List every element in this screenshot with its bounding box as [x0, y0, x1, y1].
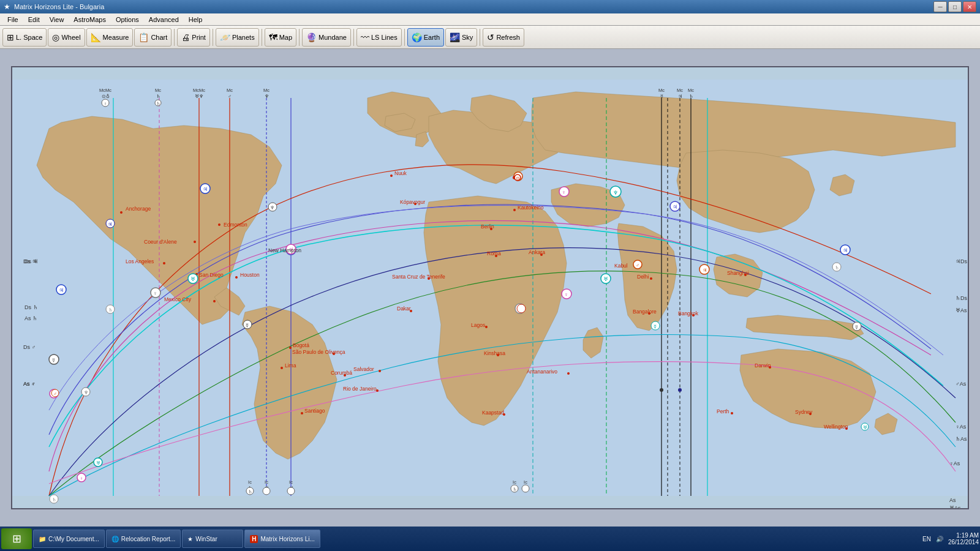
- svg-text:Wellington: Wellington: [824, 424, 848, 430]
- planets-icon: 🪐: [220, 32, 230, 42]
- map-container[interactable]: Anchorage ♃ Edmonton Coeur d'Alene Los A…: [11, 66, 969, 509]
- svg-text:As ♂: As ♂: [23, 381, 36, 387]
- svg-text:Bogotá: Bogotá: [293, 342, 309, 348]
- menu-astromaps[interactable]: AstroMaps: [69, 15, 111, 24]
- svg-text:Dakar: Dakar: [397, 305, 411, 312]
- svg-text:⊙: ⊙: [516, 176, 520, 181]
- chart-icon: 📋: [138, 32, 149, 42]
- planets-button[interactable]: 🪐 Planets: [216, 28, 259, 47]
- svg-text:Ds ♃: Ds ♃: [23, 258, 37, 264]
- svg-text:♃: ♃: [59, 287, 64, 293]
- measure-button[interactable]: 📐 Measure: [86, 28, 134, 47]
- svg-point-44: [390, 174, 393, 177]
- wheel-button[interactable]: ◎ Wheel: [48, 28, 85, 47]
- toolbar-separator-6: [404, 29, 405, 46]
- svg-text:Bangalore: Bangalore: [633, 309, 657, 315]
- sky-button[interactable]: 🌌 Sky: [445, 28, 477, 47]
- svg-text:Ankara: Ankara: [529, 249, 545, 255]
- svg-point-120: [522, 485, 529, 492]
- chart-button[interactable]: 📋 Chart: [134, 28, 172, 47]
- menu-options[interactable]: Options: [111, 15, 144, 24]
- map-button[interactable]: 🗺 Map: [265, 28, 296, 47]
- explorer-label: C:\My Document...: [48, 536, 99, 542]
- refresh-button[interactable]: ↺ Refresh: [483, 28, 524, 47]
- matrix-icon: H: [250, 535, 258, 543]
- svg-point-115: [287, 487, 295, 495]
- svg-point-22: [163, 262, 165, 264]
- svg-text:♄: ♄: [835, 265, 839, 271]
- taskbar-item-chrome[interactable]: 🌐 Relocation Report...: [106, 530, 181, 548]
- svg-text:Los Angeles: Los Angeles: [126, 258, 154, 264]
- svg-text:Sydney: Sydney: [795, 409, 813, 415]
- svg-text:Kaapstad: Kaapstad: [482, 410, 504, 416]
- menu-help[interactable]: Help: [184, 15, 208, 24]
- svg-text:♀: ♀: [104, 101, 107, 107]
- svg-text:Ic: Ic: [248, 479, 252, 485]
- svg-text:San Diego: San Diego: [199, 272, 224, 278]
- svg-text:♄: ♄: [513, 487, 517, 492]
- svg-point-20: [194, 241, 196, 243]
- svg-text:McMc: McMc: [99, 88, 111, 93]
- svg-text:♃: ♃: [678, 94, 682, 99]
- mundane-icon: 🔮: [306, 32, 317, 42]
- svg-text:♃: ♃: [203, 186, 208, 192]
- menu-bar: File Edit View AstroMaps Options Advance…: [0, 13, 980, 26]
- svg-text:Mc: Mc: [227, 88, 233, 93]
- svg-text:♀: ♀: [80, 476, 83, 481]
- close-button[interactable]: ✕: [963, 1, 976, 12]
- volume-icon: 🔊: [936, 536, 943, 542]
- svg-text:Kautokeino: Kautokeino: [518, 204, 544, 211]
- toolbar-separator-7: [480, 29, 480, 46]
- earth-button[interactable]: 🌍 Earth: [407, 28, 444, 47]
- menu-edit[interactable]: Edit: [23, 15, 45, 24]
- mundane-button[interactable]: 🔮 Mundane: [302, 28, 351, 47]
- menu-view[interactable]: View: [45, 15, 69, 24]
- maximize-button[interactable]: □: [948, 1, 962, 12]
- lslines-button[interactable]: 〰 LS Lines: [356, 28, 402, 47]
- svg-point-32: [281, 367, 283, 369]
- svg-text:Ic: Ic: [524, 479, 527, 485]
- taskbar-item-explorer[interactable]: 📁 C:\My Document...: [33, 530, 105, 548]
- svg-text:Berlin: Berlin: [481, 223, 494, 230]
- window-controls: ─ □ ✕: [933, 1, 976, 12]
- svg-text:McMc: McMc: [193, 88, 205, 93]
- svg-text:Delhi: Delhi: [637, 274, 649, 280]
- minimize-button[interactable]: ─: [933, 1, 947, 12]
- svg-text:♂As: ♂As: [956, 381, 967, 387]
- clock-time: 1:19 AM: [948, 532, 979, 539]
- svg-text:♃: ♃: [108, 222, 112, 227]
- svg-text:♀As: ♀As: [956, 424, 967, 430]
- svg-text:♆: ♆: [84, 390, 88, 395]
- svg-text:Corumbá: Corumbá: [331, 370, 352, 376]
- explorer-icon: 📁: [39, 536, 46, 542]
- svg-point-14: [120, 211, 123, 214]
- start-button[interactable]: ⊞: [1, 528, 32, 549]
- svg-point-26: [235, 276, 238, 279]
- svg-text:♀: ♀: [153, 290, 157, 296]
- app-icon: ★: [4, 2, 10, 11]
- taskbar-item-winstar[interactable]: ★ WinStar: [182, 530, 243, 548]
- menu-file[interactable]: File: [2, 15, 23, 24]
- menu-advanced[interactable]: Advanced: [144, 15, 184, 24]
- toolbar-separator-2: [213, 29, 213, 46]
- svg-text:Ds ♄: Ds ♄: [24, 304, 38, 310]
- svg-text:Darwin: Darwin: [755, 362, 771, 369]
- refresh-label: Refresh: [496, 34, 520, 41]
- svg-text:Mc: Mc: [658, 88, 665, 93]
- svg-text:♄As: ♄As: [956, 436, 967, 442]
- svg-text:☿: ☿: [654, 324, 657, 329]
- svg-text:Kabul: Kabul: [614, 263, 628, 269]
- svg-text:Lagos: Lagos: [471, 322, 485, 328]
- svg-point-66: [567, 372, 570, 375]
- lspace-button[interactable]: ⊞ L. Space: [2, 28, 47, 47]
- system-clock: 1:19 AM 26/12/2014: [948, 532, 979, 545]
- svg-text:♂: ♂: [53, 391, 57, 397]
- lspace-icon: ⊞: [7, 32, 14, 42]
- lang-indicator: EN: [922, 536, 931, 542]
- svg-text:♂: ♂: [228, 94, 232, 99]
- taskbar-item-matrix[interactable]: H Matrix Horizons Li...: [244, 530, 320, 548]
- print-button[interactable]: 🖨 Print: [177, 28, 210, 47]
- print-label: Print: [192, 34, 206, 41]
- svg-text:New Hampton: New Hampton: [268, 247, 301, 253]
- svg-point-40: [379, 370, 381, 372]
